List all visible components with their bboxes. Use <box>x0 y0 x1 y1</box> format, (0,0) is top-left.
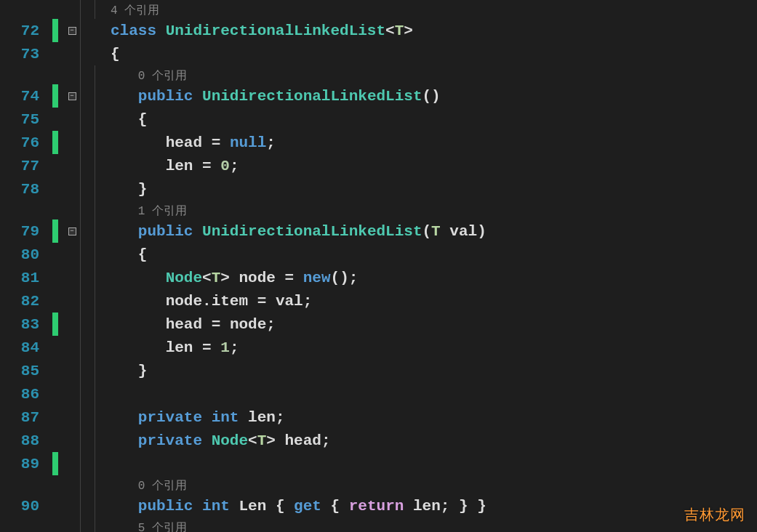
token-punc: = <box>212 316 221 333</box>
token-kw: public <box>138 498 193 515</box>
code-content[interactable]: public UnidirectionalLinkedList(T val) <box>108 223 486 240</box>
token-kw: int <box>212 409 239 426</box>
line-number[interactable]: 84 <box>0 339 44 356</box>
change-margin <box>44 108 65 131</box>
indent-guides <box>79 359 108 382</box>
code-content[interactable]: { <box>108 246 147 263</box>
code-content[interactable]: } <box>108 181 147 198</box>
change-margin <box>44 494 65 517</box>
line-number[interactable]: 82 <box>0 293 44 310</box>
token-tparam: T <box>257 432 267 449</box>
code-editor[interactable]: 4 个引用72−class UnidirectionalLinkedList<T… <box>0 0 757 532</box>
code-line[interactable]: 0 个引用 <box>0 65 757 84</box>
line-number[interactable]: 86 <box>0 386 44 403</box>
codelens-text[interactable]: 4 个引用 <box>108 1 159 18</box>
code-line[interactable]: 83 head = node; <box>0 313 757 336</box>
line-number[interactable]: 89 <box>0 456 44 472</box>
code-line[interactable]: 72−class UnidirectionalLinkedList<T> <box>0 19 757 42</box>
token-id: head <box>166 316 202 333</box>
fold-collapse-icon[interactable]: − <box>68 227 76 235</box>
code-content[interactable]: len = 0; <box>108 158 239 174</box>
code-line[interactable]: 73{ <box>0 42 757 65</box>
token-punc: } <box>138 363 148 379</box>
code-line[interactable]: 84 len = 1; <box>0 336 757 359</box>
change-margin <box>44 406 65 429</box>
code-line[interactable]: 89 <box>0 452 757 475</box>
line-number[interactable]: 87 <box>0 409 44 426</box>
fold-collapse-icon[interactable]: − <box>68 92 76 100</box>
code-content[interactable]: } <box>108 363 147 379</box>
code-content[interactable]: public UnidirectionalLinkedList() <box>108 88 441 105</box>
code-line[interactable]: 77 len = 0; <box>0 154 757 177</box>
codelens-text[interactable]: 1 个引用 <box>108 202 187 219</box>
line-number[interactable]: 77 <box>0 158 44 174</box>
code-line[interactable]: 75 { <box>0 108 757 131</box>
code-line[interactable]: 86 <box>0 382 757 406</box>
token-id: len <box>413 498 441 515</box>
line-number[interactable]: 88 <box>0 432 44 449</box>
indent-guides <box>79 289 108 313</box>
token-punc: (); <box>331 270 359 286</box>
indent-guides <box>79 517 108 532</box>
code-content[interactable]: node.item = val; <box>108 293 312 310</box>
code-line[interactable]: 76 head = null; <box>0 131 757 154</box>
code-content[interactable]: { <box>108 46 120 63</box>
indent-guides <box>79 452 108 475</box>
code-content[interactable]: head = node; <box>108 316 276 333</box>
codelens-text[interactable]: 0 个引用 <box>108 477 187 493</box>
code-line[interactable]: 88 private Node<T> head; <box>0 429 757 452</box>
code-line[interactable]: 81 Node<T> node = new(); <box>0 266 757 289</box>
code-line[interactable]: 87 private int len; <box>0 406 757 429</box>
change-margin <box>44 429 65 452</box>
line-number[interactable]: 75 <box>0 111 44 128</box>
code-line[interactable]: 85 } <box>0 359 757 382</box>
code-line[interactable]: 90 public int Len { get { return len; } … <box>0 494 757 517</box>
code-line[interactable]: 4 个引用 <box>0 0 757 19</box>
token-punc: { <box>138 246 148 263</box>
change-margin <box>44 42 65 65</box>
code-line[interactable]: 1 个引用 <box>0 201 757 219</box>
token-punc: } <box>138 181 148 198</box>
code-line[interactable]: 80 { <box>0 243 757 266</box>
line-number[interactable]: 74 <box>0 88 44 105</box>
code-content[interactable]: private int len; <box>108 409 284 426</box>
code-line[interactable]: 74− public UnidirectionalLinkedList() <box>0 84 757 108</box>
token-id: node <box>230 316 266 333</box>
codelens-text[interactable]: 0 个引用 <box>108 67 187 84</box>
codelens-text[interactable]: 5 个引用 <box>108 519 187 533</box>
line-number[interactable]: 90 <box>0 498 44 515</box>
line-number[interactable]: 73 <box>0 46 44 63</box>
token-punc: = <box>257 293 267 310</box>
token-codelens: 5 个引用 <box>138 522 187 533</box>
code-content[interactable]: { <box>108 111 147 128</box>
token-punc: < <box>248 432 257 449</box>
change-margin <box>44 452 65 475</box>
line-number[interactable]: 85 <box>0 363 44 379</box>
code-content[interactable]: head = null; <box>108 134 276 151</box>
token-punc: . <box>202 293 212 310</box>
line-number[interactable]: 81 <box>0 270 44 286</box>
code-content[interactable]: private Node<T> head; <box>108 432 331 449</box>
code-line[interactable]: 79− public UnidirectionalLinkedList(T va… <box>0 219 757 243</box>
line-number[interactable]: 80 <box>0 246 44 263</box>
code-content[interactable]: public int Len { get { return len; } } <box>108 498 486 515</box>
line-number[interactable]: 79 <box>0 223 44 240</box>
code-content[interactable]: class UnidirectionalLinkedList<T> <box>108 23 413 39</box>
fold-collapse-icon[interactable]: − <box>68 27 76 35</box>
line-number[interactable]: 76 <box>0 134 44 151</box>
token-kw: null <box>230 134 266 151</box>
code-content[interactable]: Node<T> node = new(); <box>108 270 358 286</box>
code-line[interactable]: 5 个引用 <box>0 517 757 532</box>
code-content[interactable]: len = 1; <box>108 339 239 356</box>
token-punc: ; <box>321 432 331 449</box>
line-number[interactable]: 78 <box>0 181 44 198</box>
line-number[interactable]: 83 <box>0 316 44 333</box>
change-margin <box>44 313 65 336</box>
indent-guides <box>79 0 108 19</box>
indent-guides <box>79 494 108 517</box>
line-number[interactable]: 72 <box>0 23 44 39</box>
code-line[interactable]: 82 node.item = val; <box>0 289 757 313</box>
code-line[interactable]: 78 } <box>0 177 757 201</box>
code-line[interactable]: 0 个引用 <box>0 475 757 494</box>
token-punc: () <box>422 88 441 105</box>
